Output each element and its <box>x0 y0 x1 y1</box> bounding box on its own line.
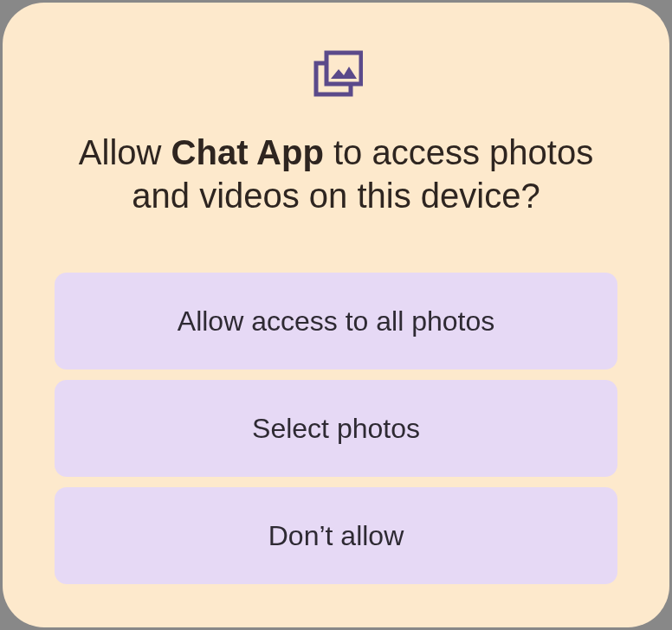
svg-rect-1 <box>326 53 361 84</box>
button-group: Allow access to all photos Select photos… <box>55 273 617 584</box>
permission-dialog: Allow Chat App to access photos and vide… <box>3 3 669 627</box>
select-photos-button[interactable]: Select photos <box>55 380 617 477</box>
title-app-name: Chat App <box>171 133 324 171</box>
permission-title: Allow Chat App to access photos and vide… <box>55 131 617 217</box>
dont-allow-button[interactable]: Don’t allow <box>55 487 617 584</box>
title-prefix: Allow <box>79 133 171 171</box>
photo-gallery-icon <box>309 48 363 105</box>
allow-all-button[interactable]: Allow access to all photos <box>55 273 617 370</box>
